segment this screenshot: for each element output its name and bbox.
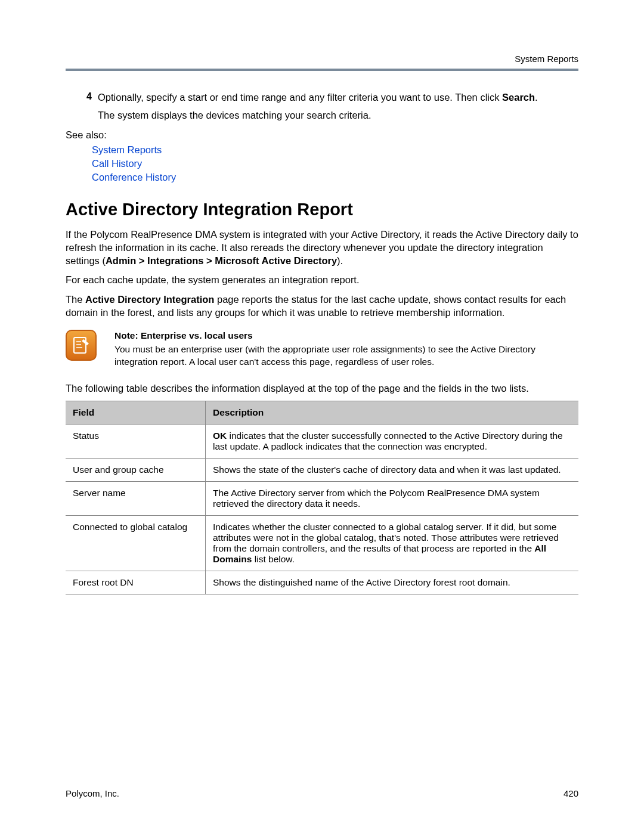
table-row: Status OK indicates that the cluster suc… (66, 425, 578, 459)
th-field: Field (66, 401, 206, 425)
step-line-pre: Optionally, specify a start or end time … (98, 92, 502, 103)
cell-desc: Indicates whether the cluster connected … (206, 516, 579, 571)
footer-left: Polycom, Inc. (66, 788, 119, 798)
table-header-row: Field Description (66, 401, 578, 425)
page-footer: Polycom, Inc. 420 (66, 788, 578, 798)
note-box: Note: Enterprise vs. local users You mus… (66, 330, 578, 368)
cell-field: Forest root DN (66, 571, 206, 594)
link-call-history[interactable]: Call History (92, 158, 578, 169)
see-also-links: System Reports Call History Conference H… (66, 144, 578, 183)
cell-desc: Shows the state of the cluster's cache o… (206, 459, 579, 482)
section-heading: Active Directory Integration Report (66, 200, 578, 219)
cell-field: Status (66, 425, 206, 459)
para3-bold: Active Directory Integration (85, 294, 214, 305)
step-line-post: . (535, 92, 538, 103)
cell-field: Server name (66, 482, 206, 516)
page: System Reports 4 Optionally, specify a s… (0, 0, 644, 833)
step-item: 4 Optionally, specify a start or end tim… (66, 91, 578, 122)
para1-bold: Admin > Integrations > Microsoft Active … (106, 255, 337, 266)
step-number: 4 (75, 91, 98, 122)
table-intro: The following table describes the inform… (66, 382, 578, 395)
cell-tail: list below. (252, 554, 295, 564)
para1-post: ). (337, 255, 343, 266)
step-text: Optionally, specify a start or end time … (98, 91, 578, 122)
fields-table: Field Description Status OK indicates th… (66, 401, 578, 594)
table-row: Server name The Active Directory server … (66, 482, 578, 516)
link-system-reports[interactable]: System Reports (92, 144, 578, 156)
cell-rest: indicates that the cluster successfully … (213, 431, 563, 451)
cell-desc: OK indicates that the cluster successful… (206, 425, 579, 459)
table-row: Connected to global catalog Indicates wh… (66, 516, 578, 571)
body-para-2: For each cache update, the system genera… (66, 273, 578, 286)
cell-rest: Indicates whether the cluster connected … (213, 522, 559, 553)
cell-desc: The Active Directory server from which t… (206, 482, 579, 516)
table-row: Forest root DN Shows the distinguished n… (66, 571, 578, 594)
cell-field: User and group cache (66, 459, 206, 482)
header-divider (66, 69, 578, 71)
note-text: Note: Enterprise vs. local users You mus… (114, 330, 578, 368)
cell-desc: Shows the distinguished name of the Acti… (206, 571, 579, 594)
note-title: Note: Enterprise vs. local users (114, 330, 578, 342)
para3-pre: The (66, 294, 85, 305)
body-para-3: The Active Directory Integration page re… (66, 293, 578, 320)
link-conference-history[interactable]: Conference History (92, 172, 578, 183)
note-body: You must be an enterprise user (with the… (114, 343, 578, 368)
step-subtext: The system displays the devices matching… (98, 109, 578, 122)
footer-page-number: 420 (564, 788, 578, 798)
see-also-label: See also: (66, 129, 578, 141)
cell-field: Connected to global catalog (66, 516, 206, 571)
step-line-bold: Search (502, 92, 535, 103)
table-row: User and group cache Shows the state of … (66, 459, 578, 482)
cell-bold: OK (213, 431, 227, 441)
th-description: Description (206, 401, 579, 425)
note-icon (66, 330, 97, 361)
running-header: System Reports (66, 54, 578, 64)
body-para-1: If the Polycom RealPresence DMA system i… (66, 228, 578, 268)
